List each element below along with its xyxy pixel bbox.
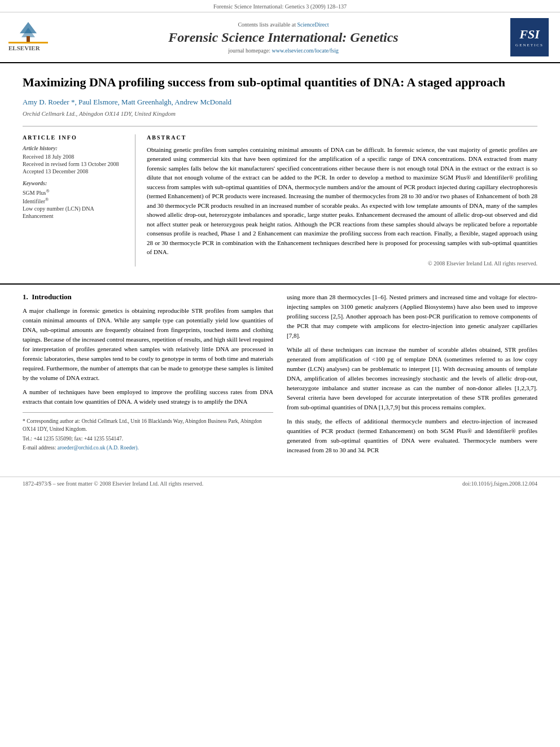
svg-text:ELSEVIER: ELSEVIER [8, 45, 41, 51]
footer-bar: 1872-4973/$ – see front matter © 2008 El… [0, 477, 560, 490]
fsi-logo-sub: GENETICS [515, 43, 544, 47]
body-left-col: 1. Introduction A major challenge in for… [23, 292, 273, 460]
journal-name: Forensic Science International: Genetics [56, 30, 510, 45]
footnote-corresponding: * Corresponding author at: Orchid Cellma… [23, 417, 273, 434]
article-history-label: Article history: [23, 145, 127, 151]
journal-header: ELSEVIER Contents lists available at Sci… [0, 12, 560, 63]
journal-homepage: journal homepage: www.elsevier.com/locat… [56, 47, 510, 54]
section-number: 1. [23, 292, 28, 301]
footnote-area: * Corresponding author at: Orchid Cellma… [23, 412, 273, 452]
email-value: aroeder@orchid.co.uk (A.D. Roeder). [58, 445, 139, 451]
keyword-3: Low copy number (LCN) DNA [23, 206, 127, 212]
keyword-1: SGM Plus® [23, 189, 127, 196]
elsevier-logo: ELSEVIER [6, 19, 51, 55]
journal-citation: Forensic Science International: Genetics… [213, 3, 347, 10]
right-paragraph-2: While all of these techniques can increa… [287, 345, 537, 412]
keywords-label: Keywords: [23, 180, 127, 186]
svg-rect-5 [27, 36, 30, 42]
received-date: Received 18 July 2008 [23, 154, 127, 160]
email-label: E-mail address: [23, 445, 56, 451]
footnote-email: E-mail address: aroeder@orchid.co.uk (A.… [23, 444, 273, 452]
body-two-col: 1. Introduction A major challenge in for… [23, 292, 537, 460]
fsi-logo: FSI GENETICS [510, 18, 549, 56]
sciencedirect-link[interactable]: ScienceDirect [297, 21, 329, 28]
article-title: Maximizing DNA profiling success from su… [23, 75, 537, 91]
abstract-heading: ABSTRACT [147, 134, 537, 141]
authors: Amy D. Roeder *, Paul Elsmore, Matt Gree… [23, 98, 537, 107]
journal-title-area: Contents lists available at ScienceDirec… [56, 21, 510, 54]
intro-paragraph-1: A major challenge in forensic genetics i… [23, 306, 273, 383]
keyword-2: Identifiler® [23, 197, 127, 204]
abstract-col: ABSTRACT Obtaining genetic profiles from… [147, 134, 537, 267]
keyword-4: Enhancement [23, 213, 127, 219]
homepage-url[interactable]: www.elsevier.com/locate/fsig [272, 47, 339, 54]
right-paragraph-3: In this study, the effects of additional… [287, 417, 537, 455]
body-content: 1. Introduction A major challenge in for… [0, 283, 560, 471]
copyright: © 2008 Elsevier Ireland Ltd. All rights … [147, 260, 537, 267]
body-right-col: using more than 28 thermocycles [1–6]. N… [287, 292, 537, 460]
intro-paragraph-2: A number of techniques have been employe… [23, 387, 273, 407]
svg-rect-1 [8, 42, 48, 43]
journal-citation-bar: Forensic Science International: Genetics… [0, 0, 560, 12]
abstract-text: Obtaining genetic profiles from samples … [147, 145, 537, 257]
section-title: Introduction [32, 292, 72, 301]
footer-issn: 1872-4973/$ – see front matter © 2008 El… [23, 480, 203, 487]
homepage-label: journal homepage: [228, 47, 270, 54]
footer-doi: doi:10.1016/j.fsigen.2008.12.004 [462, 480, 537, 487]
footnote-tel: Tel.: +44 1235 535090; fax: +44 1235 554… [23, 435, 273, 443]
page: Forensic Science International: Genetics… [0, 0, 560, 747]
article-info-col: ARTICLE INFO Article history: Received 1… [23, 134, 135, 267]
received-revised-date: Received in revised form 13 October 2008 [23, 161, 127, 167]
article-info-abstract-section: ARTICLE INFO Article history: Received 1… [23, 126, 537, 267]
article-info-heading: ARTICLE INFO [23, 134, 127, 141]
contents-line: Contents lists available at ScienceDirec… [56, 21, 510, 28]
intro-section-title: 1. Introduction [23, 292, 273, 302]
fsi-logo-text: FSI [519, 27, 539, 42]
accepted-date: Accepted 13 December 2008 [23, 168, 127, 174]
affiliation: Orchid Cellmark Ltd., Abingdon OX14 1DY,… [23, 110, 537, 117]
article-content: Maximizing DNA profiling success from su… [0, 63, 560, 278]
contents-text: Contents lists available at [238, 21, 295, 28]
right-paragraph-1: using more than 28 thermocycles [1–6]. N… [287, 292, 537, 340]
